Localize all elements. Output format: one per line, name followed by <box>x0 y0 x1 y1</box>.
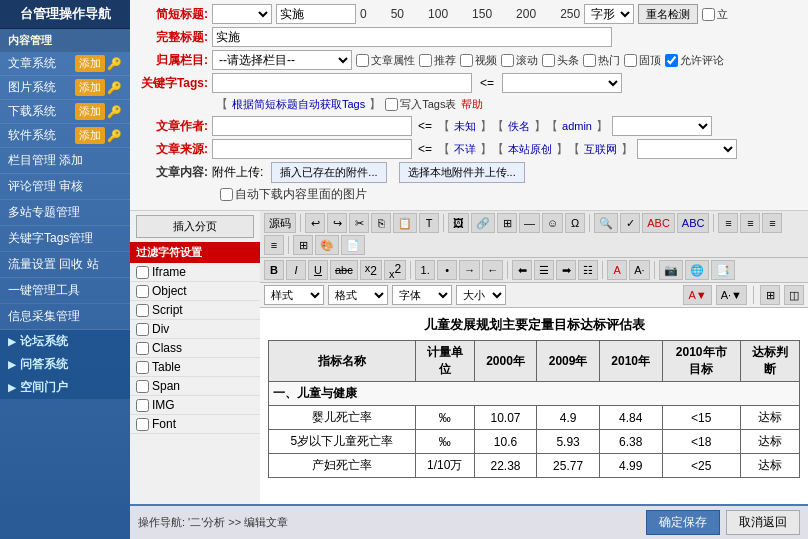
select-upload-btn[interactable]: 选择本地附件并上传... <box>399 162 525 183</box>
font-select[interactable]: 字体 <box>392 285 452 305</box>
tb-align-l[interactable]: ≡ <box>718 213 738 233</box>
editor-content[interactable]: 儿童发展规划主要定量目标达标评估表 指标名称 计量单位 2000年 2009年 … <box>260 308 808 504</box>
video-checkbox[interactable]: 视频 <box>460 53 497 68</box>
tb-redo[interactable]: ↪ <box>327 213 347 233</box>
subscript-btn[interactable]: x2 <box>360 260 382 280</box>
auto-download-checkbox[interactable]: 自动下载内容里面的图片 <box>220 186 367 203</box>
write-tags-checkbox[interactable]: 写入Tags表 <box>385 97 456 112</box>
filter-iframe-check[interactable] <box>136 266 149 279</box>
admin-link[interactable]: admin <box>562 120 592 132</box>
sidebar-item-software[interactable]: 软件系统 添加 🔑 <box>0 124 130 148</box>
full-title-input[interactable] <box>212 27 612 47</box>
article-add-btn[interactable]: 添加 <box>75 55 105 72</box>
sidebar-item-tools[interactable]: 一键管理工具 <box>0 278 130 304</box>
filter-script-check[interactable] <box>136 304 149 317</box>
sidebar-item-article[interactable]: 文章系统 添加 🔑 <box>0 52 130 76</box>
sidebar-item-image[interactable]: 图片系统 添加 🔑 <box>0 76 130 100</box>
download-add-btn[interactable]: 添加 <box>75 103 105 120</box>
filter-span-check[interactable] <box>136 380 149 393</box>
sidebar-item-tags[interactable]: 关键字Tags管理 <box>0 226 130 252</box>
short-title-select[interactable] <box>212 4 272 24</box>
sidebar-item-traffic[interactable]: 流量设置 回收 站 <box>0 252 130 278</box>
tb-smiley[interactable]: ☺ <box>542 213 563 233</box>
sidebar-item-comment[interactable]: 评论管理 审核 <box>0 174 130 200</box>
internet-link[interactable]: 互联网 <box>584 142 617 157</box>
name-link[interactable]: 佚名 <box>508 119 530 134</box>
cancel-return-btn[interactable]: 取消返回 <box>726 510 800 535</box>
insert-attachment-btn[interactable]: 插入已存在的附件... <box>271 162 386 183</box>
tb-extra1[interactable]: 📷 <box>659 260 683 280</box>
sidebar-item-download[interactable]: 下载系统 添加 🔑 <box>0 100 130 124</box>
image-add-btn[interactable]: 添加 <box>75 79 105 96</box>
superscript-btn[interactable]: x2 <box>384 260 406 280</box>
source-select[interactable] <box>637 139 737 159</box>
scroll-checkbox[interactable]: 滚动 <box>501 53 538 68</box>
unknown-link[interactable]: 未知 <box>454 119 476 134</box>
tb-align-j[interactable]: ≡ <box>264 235 284 255</box>
tb-abc2[interactable]: ABC <box>677 213 710 233</box>
tb-more3[interactable]: 📄 <box>341 235 365 255</box>
align-justify-btn[interactable]: ☷ <box>578 260 598 280</box>
sticky-checkbox[interactable]: 固顶 <box>624 53 661 68</box>
insert-page-btn[interactable]: 插入分页 <box>136 215 254 238</box>
tb-abc1[interactable]: ABC <box>642 213 675 233</box>
format-select[interactable]: 格式 <box>328 285 388 305</box>
tb-find[interactable]: 🔍 <box>594 213 618 233</box>
headline-checkbox[interactable]: 头条 <box>542 53 579 68</box>
sidebar-group-portal[interactable]: ▶ 空间门户 <box>0 376 130 399</box>
source-btn[interactable]: 源码 <box>264 213 296 233</box>
tb-table[interactable]: ⊞ <box>497 213 517 233</box>
short-title-input[interactable] <box>276 4 356 24</box>
image-edit-icon[interactable]: 🔑 <box>107 81 122 95</box>
software-edit-icon[interactable]: 🔑 <box>107 129 122 143</box>
tb-format2[interactable]: ◫ <box>784 285 804 305</box>
filter-font-check[interactable] <box>136 418 149 431</box>
filter-img-check[interactable] <box>136 399 149 412</box>
recommend-checkbox[interactable]: 推荐 <box>419 53 456 68</box>
bg-color-btn[interactable]: A· <box>629 260 649 280</box>
sidebar-group-forum[interactable]: ▶ 论坛系统 <box>0 330 130 353</box>
not-link[interactable]: 不详 <box>454 142 476 157</box>
hot-checkbox[interactable]: 热门 <box>583 53 620 68</box>
keywords-input[interactable] <box>212 73 472 93</box>
font-color-btn[interactable]: A <box>607 260 627 280</box>
sidebar-item-topic[interactable]: 多站专题管理 <box>0 200 130 226</box>
tb-paste[interactable]: 📋 <box>393 213 417 233</box>
align-center-btn2[interactable]: ☰ <box>534 260 554 280</box>
outdent-btn[interactable]: ← <box>482 260 503 280</box>
tb-align-c[interactable]: ≡ <box>740 213 760 233</box>
tb-cut[interactable]: ✂ <box>349 213 369 233</box>
tb-pastetext[interactable]: T <box>419 213 439 233</box>
tb-undo[interactable]: ↩ <box>305 213 325 233</box>
original-link[interactable]: 本站原创 <box>508 142 552 157</box>
bg-color-picker-btn[interactable]: A·▼ <box>716 285 747 305</box>
list-ol-btn[interactable]: 1. <box>415 260 435 280</box>
tb-copy[interactable]: ⎘ <box>371 213 391 233</box>
size-select[interactable]: 大小 <box>456 285 506 305</box>
help-link[interactable]: 帮助 <box>461 97 483 112</box>
tb-format1[interactable]: ⊞ <box>760 285 780 305</box>
tb-link[interactable]: 🔗 <box>471 213 495 233</box>
sidebar-group-qa[interactable]: ▶ 问答系统 <box>0 353 130 376</box>
download-edit-icon[interactable]: 🔑 <box>107 105 122 119</box>
tb-extra3[interactable]: 📑 <box>711 260 735 280</box>
bold-btn[interactable]: B <box>264 260 284 280</box>
indent-btn[interactable]: → <box>459 260 480 280</box>
filter-object-check[interactable] <box>136 285 149 298</box>
auto-tags-link[interactable]: 根据简短标题自动获取Tags <box>232 97 365 112</box>
article-edit-icon[interactable]: 🔑 <box>107 57 122 71</box>
align-left-btn[interactable]: ⬅ <box>512 260 532 280</box>
立-checkbox[interactable]: 立 <box>702 7 728 22</box>
tb-special[interactable]: Ω <box>565 213 585 233</box>
author-input[interactable] <box>212 116 412 136</box>
list-ul-btn[interactable]: • <box>437 260 457 280</box>
filter-table-check[interactable] <box>136 361 149 374</box>
filter-class-check[interactable] <box>136 342 149 355</box>
tb-extra2[interactable]: 🌐 <box>685 260 709 280</box>
allow-comment-checkbox[interactable]: 允许评论 <box>665 53 724 68</box>
rename-detect-btn[interactable]: 重名检测 <box>638 4 698 24</box>
author-select[interactable] <box>612 116 712 136</box>
sidebar-item-collect[interactable]: 信息采集管理 <box>0 304 130 330</box>
category-select[interactable]: --请选择栏目-- <box>212 50 352 70</box>
font-shape-select[interactable]: 字形 <box>584 4 634 24</box>
